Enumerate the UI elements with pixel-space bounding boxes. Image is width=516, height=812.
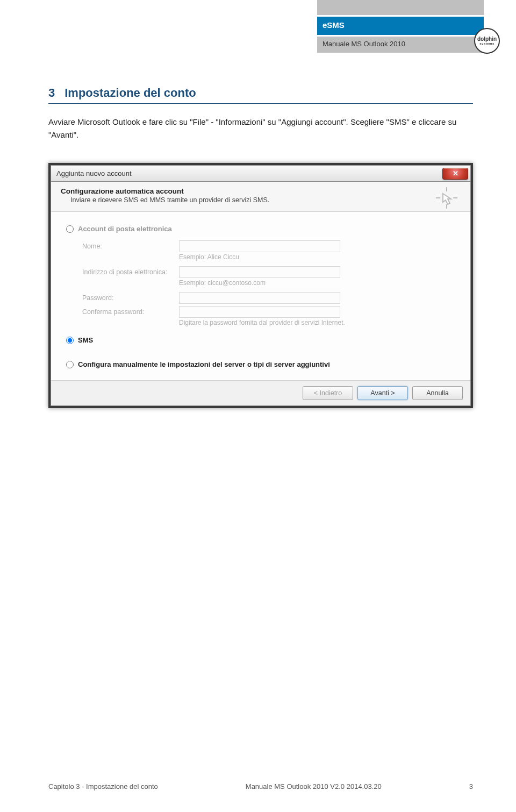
dialog-window: Aggiunta nuovo account ✕ Configurazione … xyxy=(48,163,473,408)
confirm-input[interactable] xyxy=(179,306,340,318)
close-icon: ✕ xyxy=(453,169,458,177)
dialog-header: Configurazione automatica account Inviar… xyxy=(51,182,470,212)
radio-email-input[interactable] xyxy=(66,225,74,233)
password-label: Password: xyxy=(82,294,179,302)
name-input[interactable] xyxy=(179,240,340,252)
radio-sms-label: SMS xyxy=(78,336,93,344)
email-label: Indirizzo di posta elettronica: xyxy=(82,268,179,276)
dialog-button-row: < Indietro Avanti > Annulla xyxy=(51,380,470,405)
footer-center: Manuale MS Outlook 2010 V2.0 2014.03.20 xyxy=(246,782,382,790)
body-paragraph: Avviare Microsoft Outlook e fare clic su… xyxy=(48,116,473,141)
logo-line1: dolphin xyxy=(477,37,497,42)
dialog-window-title: Aggiunta nuovo account xyxy=(56,169,132,177)
page-footer: Capitolo 3 - Impostazione del conto Manu… xyxy=(0,782,516,790)
section-heading: 3Impostazione del conto xyxy=(48,86,473,104)
radio-sms-input[interactable] xyxy=(66,337,74,344)
cursor-arrow-icon xyxy=(435,186,458,210)
radio-email-label: Account di posta elettronica xyxy=(78,225,172,233)
email-form-fields: Nome: Esempio: Alice Ciccu Indirizzo di … xyxy=(82,240,455,326)
header-bar-top xyxy=(317,0,484,15)
dialog-body: Configurazione automatica account Inviar… xyxy=(51,181,471,406)
radio-manual[interactable]: Configura manualmente le impostazioni de… xyxy=(66,360,455,368)
close-button[interactable]: ✕ xyxy=(442,168,468,180)
header-subtitle: Manuale MS Outlook 2010 xyxy=(317,37,484,53)
dialog-form: Account di posta elettronica Nome: Esemp… xyxy=(51,212,470,380)
back-button[interactable]: < Indietro xyxy=(303,386,353,400)
name-label: Nome: xyxy=(82,243,179,250)
name-hint: Esempio: Alice Ciccu xyxy=(179,253,455,261)
footer-page-number: 3 xyxy=(469,782,473,790)
radio-manual-label: Configura manualmente le impostazioni de… xyxy=(78,360,330,368)
cancel-button[interactable]: Annulla xyxy=(412,386,463,400)
radio-email-account[interactable]: Account di posta elettronica xyxy=(66,225,455,233)
dolphin-logo: dolphin systems xyxy=(474,28,500,54)
email-input[interactable] xyxy=(179,266,340,278)
dialog-header-title: Configurazione automatica account xyxy=(61,187,461,195)
email-hint: Esempio: ciccu@contoso.com xyxy=(179,279,455,287)
logo-line2: systems xyxy=(479,42,494,45)
section-number: 3 xyxy=(48,86,55,99)
section-title: Impostazione del conto xyxy=(64,86,196,99)
header-product: eSMS xyxy=(317,17,484,35)
confirm-label: Conferma password: xyxy=(82,308,179,316)
next-button[interactable]: Avanti > xyxy=(357,386,408,400)
dialog-header-subtitle: Inviare e ricevere SMS ed MMS tramite un… xyxy=(70,196,461,204)
radio-sms[interactable]: SMS xyxy=(66,336,455,344)
footer-left: Capitolo 3 - Impostazione del conto xyxy=(48,782,158,790)
dialog-titlebar: Aggiunta nuovo account ✕ xyxy=(51,165,471,181)
password-hint: Digitare la password fornita dal provide… xyxy=(179,319,455,326)
page-header: eSMS Manuale MS Outlook 2010 dolphin sys… xyxy=(0,0,516,54)
password-input[interactable] xyxy=(179,292,340,304)
radio-manual-input[interactable] xyxy=(66,361,74,368)
